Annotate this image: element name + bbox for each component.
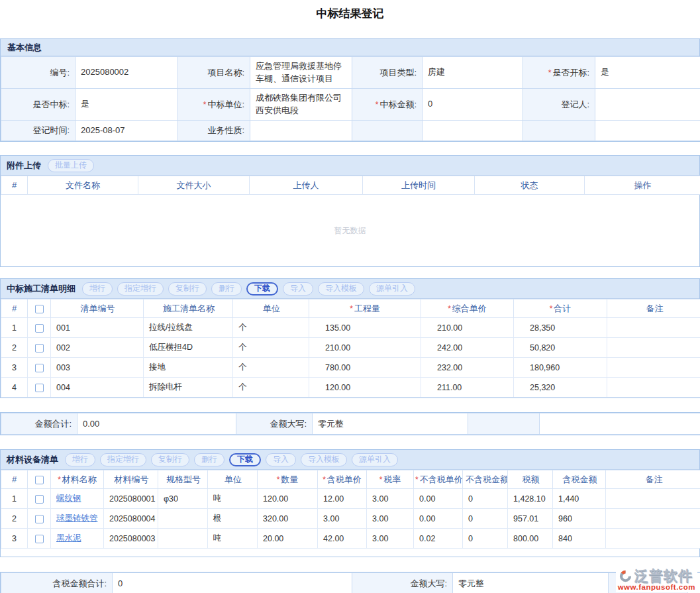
material-name-link[interactable]: 螺纹钢	[56, 494, 81, 503]
cell-material-code: 2025080004	[104, 509, 158, 529]
add-row-button[interactable]: 增行	[82, 282, 113, 296]
field-value: 成都铁路集团有限公司西安供电段	[250, 89, 352, 121]
summary-label: 金额大写:	[352, 573, 453, 593]
field-label: 编号:	[1, 57, 75, 89]
table-row: 3 003 接地 个 780.00 232.00 180,960	[1, 358, 700, 378]
batch-upload-button[interactable]: 批量上传	[48, 159, 94, 172]
source-import-button[interactable]: 源单引入	[352, 453, 398, 466]
cell-remark	[606, 509, 700, 529]
cell-tax-amount: 1,428.10	[508, 489, 553, 509]
field-label: 是否中标:	[1, 89, 75, 121]
required-mark: *	[203, 100, 207, 109]
checkbox-cell	[28, 529, 51, 549]
checkbox-cell	[28, 318, 51, 338]
import-button[interactable]: 导入	[283, 282, 313, 296]
cell-quantity: 135.00	[309, 318, 421, 338]
cell-amount-taxed: 960	[553, 509, 606, 529]
cell-quantity: 120.00	[309, 378, 421, 398]
cell-price-taxed: 42.00	[318, 529, 367, 549]
column-header: 含税金额	[553, 470, 606, 489]
cell-unit: 个	[233, 378, 309, 398]
summary-row: 含税金额合计: 0 金额大写: 零元整	[1, 573, 700, 593]
cell-tax-amount: 957.01	[508, 509, 553, 529]
import-button[interactable]: 导入	[266, 453, 296, 466]
insert-row-button[interactable]: 指定增行	[100, 453, 146, 466]
cell-spec	[158, 529, 208, 549]
checkbox-cell	[28, 509, 51, 529]
cell-tax-rate: 3.00	[367, 509, 414, 529]
material-name-link[interactable]: 球墨铸铁管	[56, 513, 98, 523]
summary-value: 零元整	[453, 573, 609, 593]
row-checkbox[interactable]	[35, 535, 44, 543]
section-materials-list: 材料设备清单 增行 指定增行 复制行 删行 下载 导入 导入模板 源单引入 # …	[0, 449, 700, 557]
field-value	[423, 121, 523, 141]
materials-summary: 含税金额合计: 0 金额大写: 零元整	[0, 572, 700, 593]
basic-info-section-title: 基本信息	[1, 39, 699, 56]
materials-section-title: 材料设备清单	[7, 454, 58, 466]
cell-remark	[607, 358, 700, 378]
summary-label: 金额大写:	[236, 413, 313, 435]
select-all-checkbox[interactable]	[35, 305, 44, 313]
add-row-button[interactable]: 增行	[65, 453, 95, 466]
field-value: 2025080002	[75, 57, 178, 89]
row-checkbox[interactable]	[35, 344, 44, 352]
field-value: 是	[595, 57, 700, 89]
field-value: 是	[75, 89, 178, 121]
source-import-button[interactable]: 源单引入	[369, 282, 415, 296]
delete-row-button[interactable]: 删行	[211, 282, 242, 296]
cell-unit: 个	[233, 318, 309, 338]
section-construction-list: 中标施工清单明细 增行 指定增行 复制行 删行 下载 导入 导入模板 源单引入 …	[0, 278, 700, 398]
cell-price-untaxed: 0.02	[414, 529, 463, 549]
column-header: 不含税金额	[463, 470, 508, 489]
row-checkbox[interactable]	[35, 324, 44, 333]
import-template-button[interactable]: 导入模板	[301, 453, 347, 466]
row-checkbox[interactable]	[35, 495, 44, 504]
row-checkbox[interactable]	[35, 515, 44, 523]
field-value: 2025-08-07	[75, 121, 178, 141]
column-header: *材料名称	[51, 470, 104, 489]
cell-price-taxed: 12.00	[318, 489, 367, 509]
checkbox-cell	[28, 378, 51, 398]
row-number: 2	[1, 509, 28, 529]
copy-row-button[interactable]: 复制行	[168, 282, 207, 296]
cell-list-code: 003	[51, 358, 144, 378]
import-template-button[interactable]: 导入模板	[318, 282, 364, 296]
field-label: 项目类型:	[352, 57, 423, 89]
cell-material-code: 2025080003	[104, 529, 158, 549]
page-title: 中标结果登记	[0, 6, 700, 22]
column-header: 单位	[233, 299, 309, 318]
cell-unit: 吨	[208, 489, 258, 509]
material-name-link[interactable]: 黑水泥	[56, 533, 81, 543]
summary-label: 含税金额合计:	[1, 573, 113, 593]
download-button[interactable]: 下载	[246, 282, 278, 296]
required-mark: *	[375, 100, 379, 109]
row-checkbox[interactable]	[35, 364, 44, 372]
insert-row-button[interactable]: 指定增行	[117, 282, 164, 296]
select-all-checkbox[interactable]	[35, 476, 44, 484]
field-value: 房建	[423, 57, 523, 89]
cell-unit: 吨	[208, 529, 258, 549]
copy-row-button[interactable]: 复制行	[151, 453, 189, 466]
column-header: 清单编号	[51, 299, 144, 318]
cell-material-name: 螺纹钢	[51, 489, 104, 509]
download-button[interactable]: 下载	[229, 453, 261, 466]
cell-total: 50,820	[514, 338, 607, 358]
cell-unit: 根	[208, 509, 258, 529]
basic-info-row: 编号: 2025080002 项目名称: 应急管理局救援基地停车棚、通信设计项目…	[1, 57, 700, 89]
construction-summary: 金额合计: 0.00 金额大写: 零元整	[0, 412, 700, 435]
field-label: *中标金额:	[352, 89, 423, 121]
table-row: 1 螺纹钢 2025080001 φ30 吨 120.00 12.00 3.00…	[1, 489, 700, 509]
table-row: 2 球墨铸铁管 2025080004 根 320.00 3.00 3.00 0.…	[1, 509, 700, 529]
row-checkbox[interactable]	[35, 384, 44, 392]
cell-list-name: 拉线/拉线盘	[144, 318, 233, 338]
cell-quantity: 20.00	[258, 529, 318, 549]
attachments-table: # 文件名称 文件大小 上传人 上传时间 状态 操作	[1, 176, 700, 195]
required-mark: *	[548, 68, 552, 78]
column-header-num: #	[1, 299, 28, 318]
cell-price-taxed: 3.00	[318, 509, 367, 529]
cell-amount-taxed: 1,440	[553, 489, 606, 509]
cell-price-untaxed: 0.00	[414, 489, 463, 509]
delete-row-button[interactable]: 删行	[194, 453, 225, 466]
construction-header-row: # 清单编号 施工清单名称 单位 *工程量 *综合单价 *合计 备注	[1, 299, 700, 318]
column-header: *不含税单价	[414, 470, 463, 489]
